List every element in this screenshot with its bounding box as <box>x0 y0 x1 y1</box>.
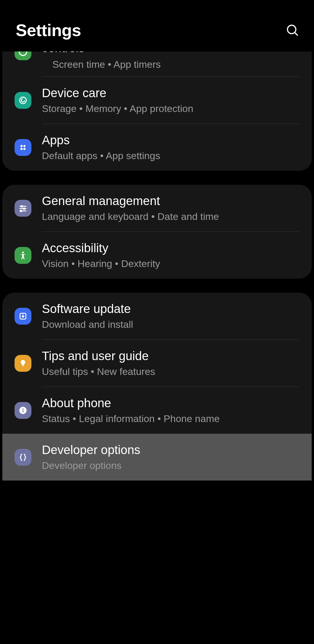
row-subtitle: Language and keyboard • Date and time <box>42 211 219 222</box>
row-title: controls <box>42 51 85 55</box>
row-subtitle: Vision • Hearing • Dexterity <box>42 258 160 269</box>
device-care-icon <box>15 92 31 109</box>
apps-icon <box>15 139 31 156</box>
settings-row-device-care[interactable]: Device care Storage • Memory • App prote… <box>2 77 312 124</box>
svg-point-9 <box>21 205 22 207</box>
settings-row-digital-wellbeing[interactable]: controls Screen time • App timers <box>2 51 312 77</box>
row-subtitle: Useful tips • New features <box>42 366 155 377</box>
settings-row-apps[interactable]: Apps Default apps • App settings <box>2 124 312 171</box>
svg-point-5 <box>23 145 26 147</box>
lightbulb-icon <box>15 355 31 372</box>
search-icon[interactable] <box>286 23 299 37</box>
settings-row-tips[interactable]: Tips and user guide Useful tips • New fe… <box>2 340 312 387</box>
row-title: About phone <box>42 396 220 410</box>
settings-row-software-update[interactable]: Software update Download and install <box>2 293 312 339</box>
svg-point-14 <box>22 251 24 253</box>
svg-point-3 <box>20 97 26 104</box>
row-title: Software update <box>42 302 133 316</box>
row-title: Tips and user guide <box>42 349 155 363</box>
row-title: Device care <box>42 86 193 100</box>
wellbeing-icon <box>15 51 31 60</box>
download-icon <box>15 308 31 325</box>
settings-row-general-management[interactable]: General management Language and keyboard… <box>2 185 312 232</box>
accessibility-icon <box>15 247 31 264</box>
row-subtitle: Status • Legal information • Phone name <box>42 413 220 424</box>
settings-group: Software update Download and install Tip… <box>2 293 312 481</box>
row-subtitle: Screen time • App timers <box>52 59 161 70</box>
header: Settings <box>0 0 314 51</box>
svg-point-2 <box>19 51 27 56</box>
settings-row-accessibility[interactable]: Accessibility Vision • Hearing • Dexteri… <box>2 232 312 279</box>
settings-row-about-phone[interactable]: About phone Status • Legal information •… <box>2 387 312 434</box>
svg-point-18 <box>22 408 24 410</box>
settings-row-developer-options[interactable]: Developer options Developer options <box>2 434 312 481</box>
row-subtitle: Storage • Memory • App protection <box>42 103 193 114</box>
svg-point-6 <box>20 148 23 150</box>
row-title: Apps <box>42 133 160 147</box>
row-title: Developer options <box>42 443 140 457</box>
settings-group: General management Language and keyboard… <box>2 185 312 279</box>
row-subtitle: Developer options <box>42 460 140 471</box>
row-subtitle: Default apps • App settings <box>42 150 160 161</box>
row-title: General management <box>42 194 219 208</box>
row-subtitle: Download and install <box>42 319 133 330</box>
svg-point-13 <box>20 210 22 211</box>
svg-rect-19 <box>23 410 24 412</box>
settings-group: controls Screen time • App timers Device… <box>2 51 312 171</box>
svg-point-7 <box>23 148 26 150</box>
svg-rect-16 <box>22 365 24 366</box>
info-icon <box>15 402 31 419</box>
svg-point-11 <box>23 208 25 209</box>
braces-icon <box>15 449 31 466</box>
page-title: Settings <box>16 20 81 40</box>
sliders-icon <box>15 200 31 217</box>
row-title: Accessibility <box>42 241 160 255</box>
svg-line-1 <box>295 32 298 35</box>
settings-list: controls Screen time • App timers Device… <box>0 51 314 481</box>
svg-point-4 <box>20 145 23 147</box>
